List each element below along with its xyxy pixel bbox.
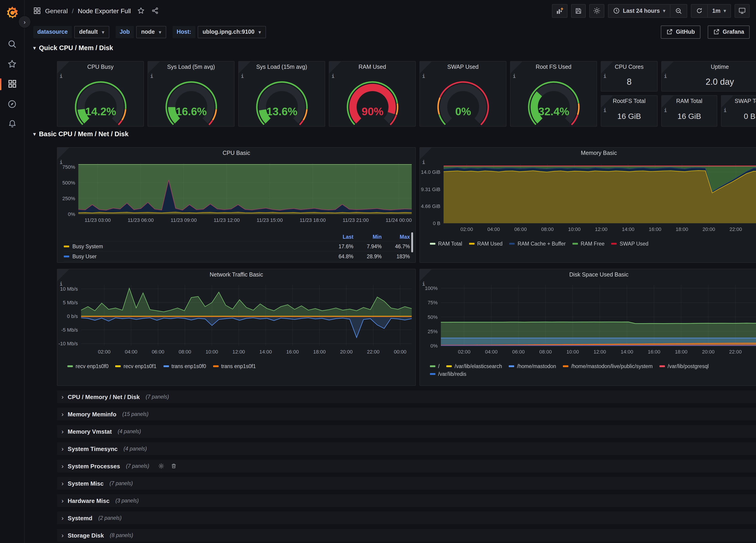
svg-text:22:00: 22:00: [367, 349, 380, 355]
section-title: Basic CPU / Mem / Net / Disk: [39, 130, 128, 138]
row-system-processes[interactable]: ›System Processes(7 panels): [57, 460, 756, 472]
legend-item[interactable]: RAM Total: [430, 241, 462, 246]
svg-text:500%: 500%: [62, 180, 75, 186]
legend-item[interactable]: SWAP Used: [611, 241, 649, 246]
legend-swatch: [509, 243, 515, 245]
row-settings-icon[interactable]: [158, 463, 164, 469]
panel-title[interactable]: CPU Basic: [57, 150, 415, 156]
legend-swatch: [572, 243, 578, 245]
row-title: Systemd: [68, 515, 92, 521]
variable-label: datasource: [33, 26, 72, 38]
panel-title[interactable]: Uptime: [662, 64, 756, 70]
panel-title[interactable]: SWAP Used: [420, 64, 506, 70]
time-range-picker[interactable]: Last 24 hours ▾: [608, 4, 670, 17]
sidebar-item-alerting[interactable]: [0, 114, 24, 134]
row-storage-disk[interactable]: ›Storage Disk(8 panels): [57, 529, 756, 542]
share-icon[interactable]: [151, 7, 159, 15]
row-panel-count: (4 panels): [118, 429, 141, 434]
external-link-icon: [713, 29, 720, 35]
dashboard-settings-button[interactable]: [589, 4, 604, 18]
variable-value-dropdown[interactable]: ublog.ipng.ch:9100▾: [198, 26, 266, 38]
panel-title[interactable]: RootFS Total: [601, 98, 657, 104]
legend-item[interactable]: /var/lib/redis: [430, 371, 466, 377]
star-dashboard-icon[interactable]: [137, 7, 145, 15]
legend-item[interactable]: /var/lib/postgresql: [659, 364, 709, 369]
gauge-panel-swap-used: iSWAP Used0%: [419, 61, 506, 127]
panel-title[interactable]: Memory Basic: [420, 150, 756, 156]
panel-title[interactable]: RAM Used: [329, 64, 415, 70]
legend-item[interactable]: /home/mastodon: [509, 364, 556, 369]
legend-item[interactable]: trans enp1s0f1: [213, 364, 256, 369]
legend-item[interactable]: recv enp1s0f0: [67, 364, 109, 369]
save-dashboard-button[interactable]: [571, 4, 585, 18]
zoom-out-button[interactable]: [670, 4, 687, 17]
legend-column-max[interactable]: Max: [382, 234, 410, 239]
tv-mode-button[interactable]: [735, 4, 750, 18]
grafana-link-button[interactable]: Grafana: [708, 25, 750, 38]
breadcrumb-dashboard-title: Node Exporter Full: [78, 7, 131, 14]
row-memory-meminfo[interactable]: ›Memory Meminfo(15 panels): [57, 408, 756, 420]
add-panel-button[interactable]: [552, 4, 567, 18]
variable-current-value: default: [79, 29, 98, 35]
row-delete-icon[interactable]: [171, 463, 176, 469]
sidebar-item-starred[interactable]: [0, 54, 24, 74]
row-title: System Misc: [68, 480, 104, 487]
variable-job: Jobnode▾: [115, 26, 166, 38]
legend-column-min[interactable]: Min: [353, 234, 382, 239]
sidebar-expand-button[interactable]: ›: [18, 15, 31, 28]
legend-series-name[interactable]: Busy System: [64, 243, 325, 249]
legend-swatch: [163, 365, 169, 367]
variable-value-dropdown[interactable]: node▾: [136, 26, 166, 38]
legend-value: 183%: [382, 254, 410, 259]
legend-item[interactable]: /: [430, 364, 439, 369]
svg-text:0 B: 0 B: [433, 220, 440, 226]
legend-swatch: [64, 245, 69, 247]
panel-title[interactable]: Sys Load (5m avg): [148, 64, 234, 70]
row-hardware-misc[interactable]: ›Hardware Misc(3 panels): [57, 494, 756, 507]
panel-title[interactable]: Disk Space Used Basic: [420, 271, 756, 278]
svg-text:4.66 GiB: 4.66 GiB: [421, 203, 440, 209]
legend-item[interactable]: RAM Cache + Buffer: [509, 241, 566, 246]
svg-text:14.0 GiB: 14.0 GiB: [421, 169, 440, 175]
panel-title[interactable]: SWAP Total: [721, 98, 756, 104]
panel-title[interactable]: Sys Load (15m avg): [239, 64, 325, 70]
legend-item[interactable]: trans enp1s0f0: [163, 364, 206, 369]
panel-title[interactable]: RAM Total: [662, 98, 717, 104]
legend-item[interactable]: RAM Used: [469, 241, 503, 246]
section-basic-cpu-mem-net-disk[interactable]: ▾ Basic CPU / Mem / Net / Disk: [33, 130, 128, 138]
panel-title[interactable]: CPU Busy: [57, 64, 143, 70]
row-system-timesync[interactable]: ›System Timesync(4 panels): [57, 442, 756, 455]
refresh-interval-picker[interactable]: 1m ▾: [707, 4, 730, 17]
github-link-button[interactable]: GitHub: [661, 25, 700, 38]
panel-title[interactable]: CPU Cores: [601, 64, 657, 70]
svg-text:22:00: 22:00: [730, 226, 742, 232]
sidebar-item-explore[interactable]: [0, 94, 24, 114]
legend-item[interactable]: /home/mastodon/live/public/system: [563, 364, 653, 369]
sidebar-item-search[interactable]: [0, 34, 24, 54]
sidebar-item-dashboards[interactable]: [0, 74, 24, 94]
legend-item[interactable]: recv enp1s0f1: [115, 364, 157, 369]
svg-text:10:00: 10:00: [206, 349, 218, 355]
variable-current-value: node: [141, 29, 155, 35]
row-system-misc[interactable]: ›System Misc(7 panels): [57, 477, 756, 490]
legend-scrollbar[interactable]: [411, 232, 413, 252]
chevron-down-icon: ▾: [159, 29, 161, 34]
gauge-panel-root-fs-used: iRoot FS Used32.4%: [510, 61, 597, 127]
breadcrumb-folder[interactable]: General: [45, 7, 68, 14]
legend-item[interactable]: RAM Free: [572, 241, 605, 246]
legend-column-last[interactable]: Last: [325, 234, 353, 239]
chevron-right-icon: ›: [61, 394, 64, 400]
legend-series-name[interactable]: Busy User: [64, 254, 325, 259]
legend-item[interactable]: /var/lib/elasticsearch: [446, 364, 502, 369]
svg-text:14:00: 14:00: [259, 349, 272, 355]
panel-title[interactable]: Network Traffic Basic: [57, 271, 415, 278]
row-cpu-memory-net-disk[interactable]: ›CPU / Memory / Net / Disk(7 panels): [57, 390, 756, 403]
breadcrumb[interactable]: General / Node Exporter Full: [33, 7, 131, 15]
row-systemd[interactable]: ›Systemd(2 panels): [57, 512, 756, 524]
dashboards-grid-icon: [8, 79, 17, 88]
row-memory-vmstat[interactable]: ›Memory Vmstat(4 panels): [57, 425, 756, 438]
refresh-button[interactable]: [691, 4, 707, 17]
panel-title[interactable]: Root FS Used: [511, 64, 597, 70]
variable-value-dropdown[interactable]: default▾: [74, 26, 109, 38]
section-quick-cpu-mem-disk[interactable]: ▾ Quick CPU / Mem / Disk: [33, 44, 113, 51]
